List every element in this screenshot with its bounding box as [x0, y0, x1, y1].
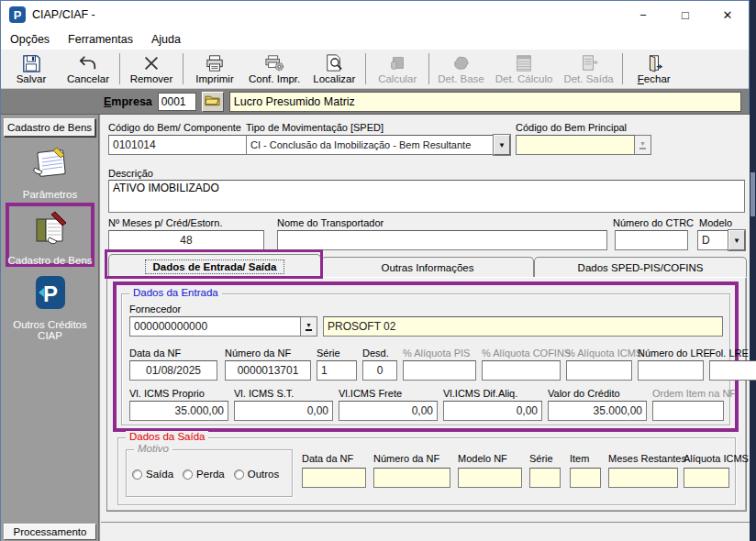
- conf-impr-button[interactable]: Conf. Impr.: [243, 50, 306, 87]
- tab-label: Outras Informações: [382, 262, 474, 273]
- menu-ferramentas[interactable]: Ferramentas: [59, 31, 142, 48]
- det-calculo-label: Det. Cálculo: [495, 73, 553, 84]
- saida-aliquota-icms-label: Alíquota ICMS: [684, 453, 749, 464]
- aliquota-icms-input: [566, 360, 632, 381]
- radio-outros[interactable]: Outros: [234, 469, 280, 480]
- ctrc-input[interactable]: [615, 230, 688, 250]
- chevron-down-icon[interactable]: ▼: [494, 135, 510, 155]
- aliquota-cofins-input: [482, 360, 561, 381]
- tab-dados-entrada-saida[interactable]: Dados de Entrada/ Saída: [108, 254, 321, 278]
- localizar-button[interactable]: Localizar: [306, 50, 362, 87]
- chevron-down-icon[interactable]: ▼: [301, 316, 317, 337]
- aliquota-pis-input: [403, 360, 476, 381]
- calc-hand-icon: [387, 54, 407, 72]
- highlight-box-entrada: Dados da Entrada Fornecedor ▼ Data da NF…: [113, 282, 739, 432]
- close-button[interactable]: ✕: [706, 1, 749, 28]
- remover-button[interactable]: Remover: [123, 50, 180, 87]
- motivo-title: Motivo: [134, 443, 172, 454]
- chevron-down-icon: ▼: [635, 135, 651, 155]
- saida-aliquota-icms-input: [684, 468, 729, 488]
- saida-modelo-nf-input: [458, 468, 522, 488]
- window-title: CIAP/CIAF -: [32, 8, 95, 21]
- icms-st-input[interactable]: [234, 401, 333, 421]
- sidebar-item-parametros[interactable]: Parâmetros: [1, 144, 99, 200]
- tipo-mov-label: Tipo de Movimentação [SPED]: [246, 122, 384, 133]
- menu-ajuda[interactable]: Ajuda: [142, 31, 190, 48]
- empresa-label: Empresa: [104, 95, 152, 108]
- tipo-mov-input[interactable]: [246, 135, 494, 155]
- menu-opcoes[interactable]: Opções: [1, 31, 59, 48]
- toolbar-separator: [365, 53, 366, 84]
- descricao-label: Descrição: [108, 168, 153, 179]
- folder-icon: [205, 94, 220, 110]
- x-mark-icon: [141, 54, 161, 72]
- fornecedor-code-input[interactable]: [129, 316, 301, 337]
- toolbar-separator: [428, 53, 429, 84]
- saida-data-nf-input: [302, 468, 366, 488]
- imprimir-button[interactable]: Imprimir: [186, 50, 243, 87]
- minimize-button[interactable]: −: [622, 1, 664, 28]
- svg-text:P: P: [42, 282, 57, 306]
- radio-label: Outros: [248, 469, 280, 480]
- icms-dif-aliq-input[interactable]: [443, 401, 542, 421]
- transportador-input[interactable]: [277, 230, 607, 250]
- numero-nf-label: Número da NF: [225, 348, 291, 359]
- descricao-textarea[interactable]: ATIVO IMOBILIZADO: [108, 180, 745, 213]
- radio-perda[interactable]: Perda: [183, 469, 225, 480]
- fechar-button[interactable]: Fechar: [626, 50, 683, 87]
- floppy-disk-icon: [21, 54, 41, 72]
- status-divider: [101, 522, 752, 523]
- fol-lre-input[interactable]: [709, 360, 756, 381]
- salvar-button[interactable]: Salvar: [3, 50, 60, 87]
- tab-dados-sped-pis-cofins[interactable]: Dados SPED-PIS/COFINS: [534, 257, 747, 278]
- undo-arrow-icon: [78, 54, 98, 72]
- fol-lre-label: Fol. LRE: [709, 348, 749, 359]
- radio-saida[interactable]: Saída: [132, 469, 173, 480]
- modelo-input[interactable]: [697, 230, 728, 250]
- sidebar-header[interactable]: Cadastro de Bens: [4, 118, 95, 137]
- cancelar-button[interactable]: Cancelar: [60, 50, 117, 87]
- icms-frete-input[interactable]: [339, 401, 438, 421]
- saida-item-label: Item: [570, 453, 589, 464]
- data-nf-input[interactable]: [129, 360, 217, 381]
- valor-credito-input[interactable]: [548, 401, 647, 421]
- background-scrollbar-thumb[interactable]: [750, 172, 755, 216]
- serie-label: Série: [317, 348, 340, 359]
- sidebar-item-label: Cadastro de Bens: [7, 255, 92, 266]
- sidebar-item-label: Parâmetros: [23, 189, 77, 200]
- det-base-button: Det. Base: [432, 50, 490, 87]
- tab-outras-informacoes[interactable]: Outras Informações: [321, 257, 534, 278]
- open-folder-button[interactable]: [202, 92, 224, 112]
- ctrc-label: Número do CTRC: [613, 217, 694, 228]
- aliquota-pis-label: % Alíquota PIS: [403, 348, 470, 359]
- fornecedor-name-field: [323, 316, 723, 337]
- saida-modelo-nf-label: Modelo NF: [458, 453, 507, 464]
- toolbar-separator: [183, 53, 183, 84]
- toolbar: Salvar Cancelar Remover Imprimir Conf. I…: [1, 50, 749, 89]
- fornecedor-label: Fornecedor: [129, 304, 181, 315]
- toolbar-separator: [119, 53, 120, 84]
- icms-dif-aliq-label: Vl.ICMS Dif.Aliq.: [443, 388, 517, 399]
- maximize-button[interactable]: □: [664, 1, 706, 28]
- serie-input[interactable]: [317, 360, 357, 381]
- chevron-down-icon[interactable]: ▼: [728, 230, 745, 250]
- radio-label: Saída: [146, 469, 173, 480]
- det-saida-label: Det. Saída: [563, 73, 613, 84]
- processamento-button[interactable]: Processamento: [4, 524, 96, 540]
- sidebar-item-cadastro-de-bens[interactable]: Cadastro de Bens: [1, 210, 99, 266]
- sidebar-item-outros-creditos-ciap[interactable]: P Outros Créditos CIAP: [1, 274, 99, 341]
- empresa-name-field: Lucro Presumido Matriz: [229, 92, 741, 112]
- tab-label: Dados SPED-PIS/COFINS: [578, 262, 704, 273]
- meses-input[interactable]: [108, 230, 264, 250]
- saida-meses-restantes-input: [608, 468, 678, 488]
- numero-nf-input[interactable]: [225, 360, 311, 381]
- exit-door-icon: [644, 54, 664, 72]
- aliquota-cofins-label: % Alíquota COFINS: [482, 348, 571, 359]
- desd-input[interactable]: [362, 360, 397, 381]
- icms-proprio-input[interactable]: [129, 401, 228, 421]
- empresa-code-input[interactable]: [158, 93, 196, 111]
- numero-lre-input[interactable]: [638, 360, 704, 381]
- cancelar-label: Cancelar: [67, 73, 109, 84]
- saida-numero-nf-label: Número da NF: [373, 453, 439, 464]
- radio-circle-icon: [183, 469, 193, 480]
